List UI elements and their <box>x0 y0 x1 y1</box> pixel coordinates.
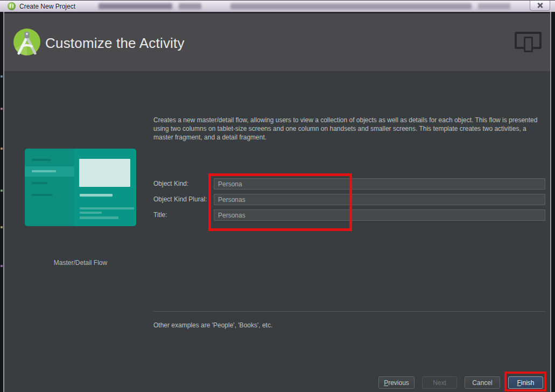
dialog-frame-edge-right <box>550 12 551 392</box>
background-window-blur <box>179 3 201 9</box>
section-divider <box>153 311 545 312</box>
background-icon-dot <box>1 148 3 150</box>
preview-detail-body-line <box>80 212 102 214</box>
window-titlebar[interactable]: Create New Project <box>0 0 555 12</box>
object-kind-label: Object Kind: <box>153 178 188 190</box>
background-window-blur <box>230 3 472 9</box>
preview-image-placeholder <box>79 159 130 187</box>
next-button[interactable]: Next <box>422 376 457 389</box>
template-description: Creates a new master/detail flow, allowi… <box>153 116 546 142</box>
android-studio-logo-icon <box>13 28 41 56</box>
finish-button-label: Finish <box>517 379 534 387</box>
object-kind-input[interactable] <box>214 178 545 190</box>
object-kind-plural-label: Object Kind Plural: <box>153 194 207 205</box>
background-app-strip-right <box>551 12 555 392</box>
title-label: Title: <box>153 209 167 221</box>
preview-selected-row <box>25 166 74 177</box>
background-icon-dot <box>1 265 3 267</box>
preview-detail-title-line <box>80 194 113 197</box>
template-preview-image <box>25 149 136 226</box>
background-icon-dot <box>1 75 3 78</box>
object-kind-plural-input[interactable] <box>214 194 545 205</box>
background-icon-dot <box>1 190 3 192</box>
cancel-button[interactable]: Cancel <box>465 376 500 389</box>
preview-list-line <box>32 159 51 161</box>
preview-master-pane <box>25 149 74 226</box>
preview-detail-body-line <box>80 216 118 219</box>
background-window-blur <box>99 3 172 9</box>
window-title: Create New Project <box>19 1 75 12</box>
android-studio-app-icon <box>8 2 16 10</box>
close-icon <box>537 3 543 8</box>
next-button-label: Next <box>433 379 446 387</box>
previous-button[interactable]: Previous <box>378 376 415 389</box>
title-input[interactable] <box>214 209 545 221</box>
cancel-button-label: Cancel <box>472 379 492 387</box>
preview-list-line <box>32 194 52 196</box>
background-icon-dot <box>1 226 3 228</box>
finish-button[interactable]: Finish <box>508 376 543 389</box>
form-factor-phone-icon <box>524 37 533 52</box>
examples-note: Other examples are 'People', 'Books', et… <box>153 321 272 329</box>
background-icon-dot <box>1 108 3 110</box>
background-window-blur <box>478 3 510 9</box>
wizard-step-title: Customize the Activity <box>45 34 185 52</box>
template-name-caption: Master/Detail Flow <box>25 259 136 267</box>
previous-button-label: Previous <box>384 379 409 387</box>
screenshot-root: { "window": { "title": "Create New Proje… <box>0 0 555 392</box>
preview-detail-body-line <box>80 207 134 209</box>
preview-selected-line <box>32 170 56 172</box>
window-close-button[interactable] <box>530 1 550 11</box>
preview-list-line <box>32 182 47 184</box>
